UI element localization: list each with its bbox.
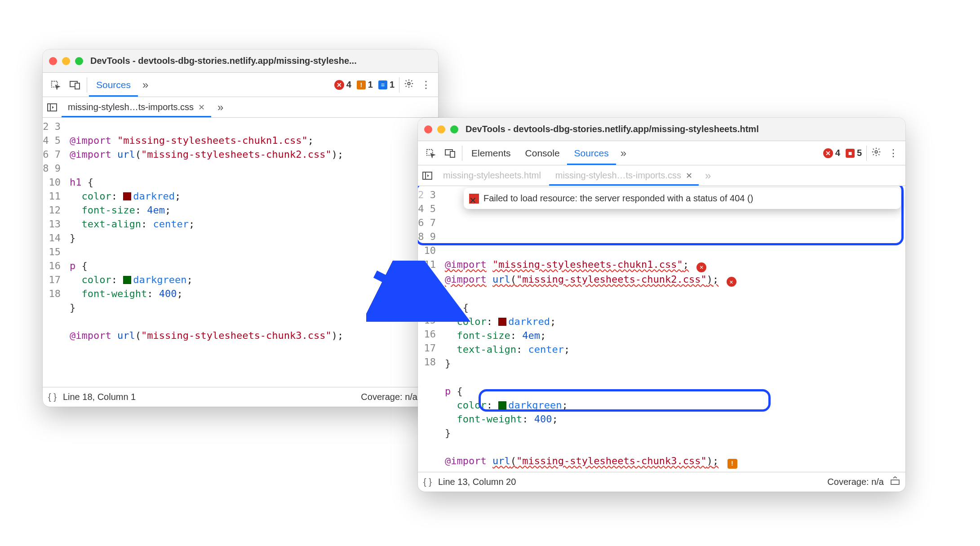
- file-tab-label: missing-stylesh…ts-imports.css: [555, 170, 681, 181]
- info-count-badge[interactable]: ≡1: [378, 80, 395, 90]
- error-count-badge[interactable]: ✕4: [823, 148, 840, 158]
- titlebar: DevTools - devtools-dbg-stories.netlify.…: [43, 49, 438, 73]
- color-swatch-darkred[interactable]: [123, 192, 131, 200]
- file-tab-label: missing-stylesh…ts-imports.css: [68, 102, 194, 112]
- statusbar: { } Line 18, Column 1 Coverage: n/a: [43, 387, 438, 407]
- coverage-label: Coverage: n/a: [827, 477, 884, 487]
- statusbar: { } Line 13, Column 20 Coverage: n/a: [418, 472, 905, 492]
- inline-error-icon[interactable]: ✕: [727, 277, 736, 287]
- cursor-position: Line 13, Column 20: [438, 477, 516, 487]
- file-tab-label: missing-stylesheets.html: [443, 170, 541, 181]
- device-toolbar-icon[interactable]: [65, 73, 85, 97]
- error-count: 4: [835, 148, 840, 158]
- main-toolbar: Elements Console Sources » ✕4 ■5 ⋮: [418, 141, 905, 165]
- error-count-badge[interactable]: ✕4: [334, 80, 351, 90]
- tab-sources[interactable]: Sources: [567, 141, 616, 165]
- devtools-window-after: DevTools - devtools-dbg-stories.netlify.…: [418, 118, 905, 492]
- inline-error-icon[interactable]: ✕: [696, 262, 706, 272]
- svg-point-12: [875, 151, 878, 153]
- badge-group: ✕4 !1 ≡1: [334, 80, 397, 90]
- file-tabbar: missing-stylesheets.html missing-stylesh…: [418, 165, 905, 186]
- svg-rect-15: [891, 480, 899, 484]
- more-file-tabs-icon[interactable]: »: [213, 101, 228, 114]
- issues-count-badge[interactable]: ■5: [846, 148, 862, 158]
- tab-sources[interactable]: Sources: [89, 73, 138, 97]
- tab-elements[interactable]: Elements: [464, 141, 518, 165]
- svg-point-3: [408, 82, 410, 85]
- svg-line-16: [375, 274, 456, 315]
- svg-rect-2: [75, 83, 80, 89]
- close-tab-icon[interactable]: ✕: [686, 171, 692, 181]
- code-editor[interactable]: 2 3 4 5 6 7 8 9 10 11 12 13 14 15 16 17 …: [43, 118, 438, 387]
- issues-count: 5: [857, 148, 862, 158]
- devtools-window-before: DevTools - devtools-dbg-stories.netlify.…: [43, 49, 438, 407]
- code-content[interactable]: ✕ Failed to load resource: the server re…: [440, 186, 905, 472]
- more-file-tabs-icon[interactable]: »: [701, 169, 715, 182]
- line-gutter: 2 3 4 5 6 7 8 9 10 11 12 13 14 15 16 17 …: [43, 118, 65, 387]
- window-title: DevTools - devtools-dbg-stories.netlify.…: [466, 124, 759, 134]
- color-swatch-darkred[interactable]: [498, 318, 506, 326]
- settings-icon[interactable]: [869, 147, 884, 160]
- main-toolbar: Sources » ✕4 !1 ≡1 ⋮: [43, 73, 438, 97]
- format-icon[interactable]: { }: [423, 477, 432, 487]
- maximize-window-icon[interactable]: [450, 125, 458, 133]
- traffic-lights: [49, 57, 83, 65]
- more-tabs-icon[interactable]: »: [138, 79, 153, 91]
- inspect-element-icon[interactable]: [421, 141, 440, 165]
- warning-count-badge[interactable]: !1: [357, 80, 373, 90]
- color-swatch-darkgreen[interactable]: [498, 401, 506, 409]
- close-window-icon[interactable]: [424, 125, 432, 133]
- file-tab-css[interactable]: missing-stylesh…ts-imports.css ✕: [549, 165, 699, 186]
- minimize-window-icon[interactable]: [62, 57, 70, 65]
- warning-count: 1: [368, 80, 373, 90]
- kebab-menu-icon[interactable]: ⋮: [884, 147, 903, 159]
- coverage-label: Coverage: n/a: [361, 392, 417, 402]
- drawer-toggle-icon[interactable]: [890, 476, 900, 488]
- format-icon[interactable]: { }: [48, 392, 57, 402]
- file-tabbar: missing-stylesh…ts-imports.css ✕ »: [43, 97, 438, 118]
- code-content[interactable]: @import "missing-stylesheets-chukn1.css"…: [65, 118, 438, 387]
- error-count: 4: [346, 80, 351, 90]
- tab-console[interactable]: Console: [518, 141, 567, 165]
- navigator-toggle-icon[interactable]: [420, 172, 435, 180]
- file-tab-html[interactable]: missing-stylesheets.html: [437, 165, 547, 186]
- inspect-element-icon[interactable]: [45, 73, 65, 97]
- navigator-toggle-icon[interactable]: [44, 103, 60, 111]
- tooltip-text: Failed to load resource: the server resp…: [483, 191, 753, 205]
- error-tooltip: ✕ Failed to load resource: the server re…: [464, 188, 901, 209]
- titlebar: DevTools - devtools-dbg-stories.netlify.…: [418, 118, 905, 141]
- traffic-lights: [424, 125, 458, 133]
- more-tabs-icon[interactable]: »: [616, 147, 631, 160]
- color-swatch-darkgreen[interactable]: [123, 276, 131, 284]
- window-title: DevTools - devtools-dbg-stories.netlify.…: [90, 56, 357, 66]
- kebab-menu-icon[interactable]: ⋮: [417, 79, 435, 91]
- code-editor[interactable]: 2 3 4 5 6 7 8 9 10 11 12 13 14 15 16 17 …: [418, 186, 905, 472]
- badge-group: ✕4 ■5: [823, 148, 865, 158]
- close-window-icon[interactable]: [49, 57, 57, 65]
- settings-icon[interactable]: [401, 79, 417, 91]
- close-tab-icon[interactable]: ✕: [198, 102, 205, 112]
- maximize-window-icon[interactable]: [75, 57, 83, 65]
- arrow-icon: [366, 261, 483, 337]
- file-tab-active[interactable]: missing-stylesh…ts-imports.css ✕: [62, 97, 211, 117]
- cursor-position: Line 18, Column 1: [63, 392, 136, 402]
- inline-warning-icon[interactable]: !: [727, 459, 737, 469]
- device-toolbar-icon[interactable]: [440, 141, 460, 165]
- error-icon: ✕: [469, 194, 479, 204]
- minimize-window-icon[interactable]: [437, 125, 445, 133]
- svg-rect-11: [450, 151, 455, 157]
- info-count: 1: [390, 80, 395, 90]
